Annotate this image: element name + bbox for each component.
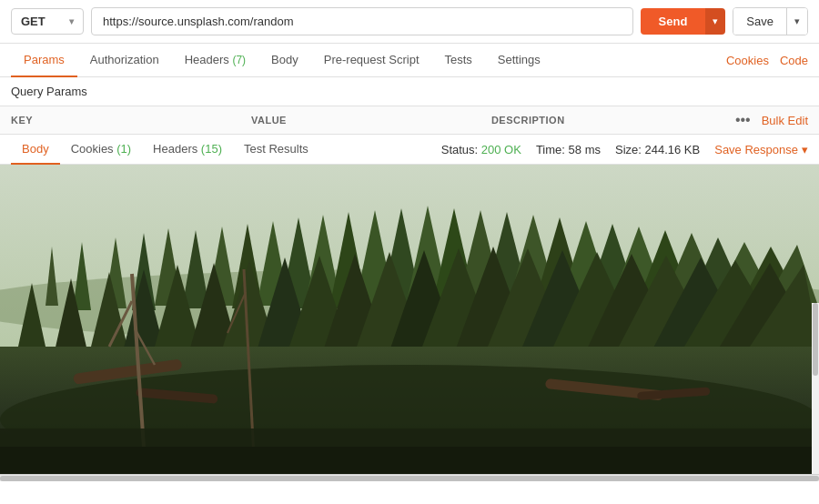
horizontal-scrollbar[interactable]	[0, 474, 819, 481]
resp-tab-headers[interactable]: Headers (15)	[142, 135, 233, 165]
value-column-header: VALUE	[251, 115, 491, 126]
tab-body[interactable]: Body	[258, 44, 311, 77]
size-display: Size: 244.16 KB	[615, 143, 700, 156]
time-value-text: 58 ms	[569, 143, 601, 156]
more-options-button[interactable]: •••	[732, 112, 754, 128]
size-prefix: Size:	[615, 143, 642, 156]
time-display: Time: 58 ms	[536, 143, 601, 156]
resp-tab-test-results[interactable]: Test Results	[233, 135, 319, 165]
params-table-header: KEY VALUE DESCRIPTION ••• Bulk Edit	[0, 106, 819, 135]
h-scrollbar-thumb[interactable]	[0, 476, 819, 481]
resp-tab-body[interactable]: Body	[11, 135, 60, 165]
size-value-text: 244.16 KB	[645, 143, 701, 156]
save-dropdown-button[interactable]: ▾	[786, 8, 807, 35]
url-input[interactable]	[91, 7, 633, 35]
method-value: GET	[21, 15, 46, 28]
top-bar: GET ▾ Send ▾ Save ▾	[0, 0, 819, 44]
send-dropdown-button[interactable]: ▾	[705, 8, 725, 35]
key-column-header: KEY	[11, 115, 251, 126]
send-button-group: Send ▾	[641, 8, 726, 35]
params-table-actions: ••• Bulk Edit	[732, 112, 808, 128]
time-prefix: Time:	[536, 143, 565, 156]
cookies-link[interactable]: Cookies	[726, 54, 769, 67]
response-body	[0, 165, 819, 481]
save-response-label: Save Response	[714, 143, 798, 156]
response-image	[0, 165, 819, 474]
status-label: Status: 200 OK	[441, 143, 521, 156]
save-button-group: Save ▾	[733, 7, 808, 35]
forest-svg	[0, 165, 819, 474]
tabs-right-links: Cookies Code	[726, 54, 808, 67]
bulk-edit-button[interactable]: Bulk Edit	[762, 114, 808, 127]
tab-authorization[interactable]: Authorization	[77, 44, 172, 77]
tab-params[interactable]: Params	[11, 44, 77, 77]
tab-headers[interactable]: Headers (7)	[172, 44, 258, 77]
save-response-chevron: ▾	[802, 143, 808, 156]
query-params-label: Query Params	[11, 85, 87, 98]
save-button[interactable]: Save	[733, 8, 786, 35]
status-value: 200 OK	[481, 143, 521, 156]
save-response-button[interactable]: Save Response ▾	[714, 143, 808, 156]
code-link[interactable]: Code	[780, 54, 808, 67]
response-tabs-bar: Body Cookies (1) Headers (15) Test Resul…	[0, 135, 819, 165]
response-status-bar: Status: 200 OK Time: 58 ms Size: 244.16 …	[441, 143, 808, 156]
send-button[interactable]: Send	[641, 8, 706, 35]
request-tabs-bar: Params Authorization Headers (7) Body Pr…	[0, 44, 819, 77]
scrollbar-thumb[interactable]	[813, 303, 818, 376]
vertical-scrollbar[interactable]	[812, 303, 819, 474]
method-selector[interactable]: GET ▾	[11, 8, 84, 35]
method-chevron-icon: ▾	[69, 16, 74, 26]
tab-tests[interactable]: Tests	[432, 44, 485, 77]
status-prefix: Status:	[441, 143, 478, 156]
svg-rect-66	[0, 447, 819, 474]
query-params-header: Query Params	[0, 77, 819, 106]
resp-tab-cookies[interactable]: Cookies (1)	[60, 135, 142, 165]
tab-prerequest[interactable]: Pre-request Script	[311, 44, 432, 77]
description-column-header: DESCRIPTION	[491, 115, 732, 126]
tab-settings[interactable]: Settings	[485, 44, 553, 77]
